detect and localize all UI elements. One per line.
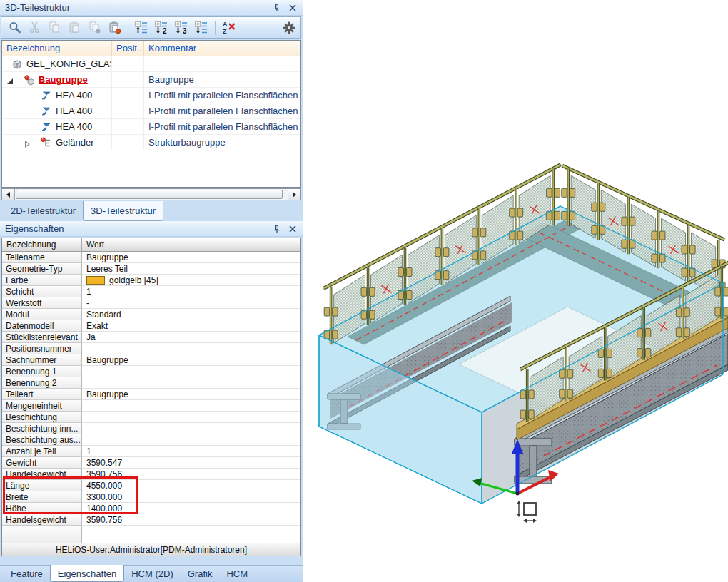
collapsed-arrow-icon[interactable] (24, 139, 31, 146)
property-row: Benennung 1 (2, 366, 300, 377)
assembly-part-icon (24, 74, 35, 86)
property-label: Benennung 1 (2, 366, 82, 377)
tab-eigenschaften[interactable]: Eigenschaften (50, 565, 124, 582)
helios-user-status: HELiOS-User:Administrator[PDM-Administra… (2, 543, 300, 556)
tree-row[interactable]: HEA 400I-Profil mit parallelen Flanschfl… (2, 119, 300, 135)
property-label: Anzahl je Teil (2, 446, 82, 457)
tree-column-position[interactable]: Posit... (112, 41, 144, 56)
tree-row[interactable]: GEL_KONFIG_GLAS... (2, 56, 300, 72)
property-value[interactable]: 1400.000 (82, 503, 300, 514)
property-value[interactable] (82, 343, 300, 354)
property-value[interactable]: 1 (82, 446, 300, 457)
cut-icon[interactable] (26, 19, 44, 36)
tab-hcm[interactable]: HCM (219, 566, 255, 582)
property-row: Werkstoff- (2, 297, 300, 309)
scroll-right-button[interactable] (288, 189, 300, 200)
property-value[interactable]: 3590.547 (82, 457, 300, 469)
application-window: 3D-Teilestruktur 23AZ Bezeichnung Posit.… (0, 0, 728, 582)
tab-hcm-2d[interactable]: HCM (2D) (124, 566, 181, 582)
property-value[interactable] (82, 434, 300, 446)
tab-3d-teilestruktur[interactable]: 3D-Teilestruktur (83, 201, 163, 221)
tree-column-bezeichnung[interactable]: Bezeichnung (2, 41, 112, 56)
svg-text:3: 3 (183, 27, 187, 35)
property-value[interactable]: Standard (82, 309, 300, 320)
settings-gear-icon[interactable] (280, 19, 298, 36)
property-value[interactable]: Ja (82, 332, 300, 343)
property-label: Geometrie-Typ (2, 263, 82, 275)
tree-item-comment (144, 56, 300, 72)
property-row: Schicht1 (2, 286, 300, 297)
property-label: Benennung 2 (2, 377, 82, 389)
property-value[interactable]: goldgelb [45] (82, 275, 300, 286)
property-value[interactable] (82, 423, 300, 434)
property-value[interactable]: Baugruppe (82, 252, 300, 263)
color-swatch (86, 276, 105, 285)
toolbar-separator (128, 21, 128, 35)
tree-row[interactable]: GeländerStrukturbaugruppe (2, 135, 300, 150)
part-structure-tree: Bezeichnung Posit... Kommentar GEL_KONFI… (1, 40, 301, 188)
paste-icon[interactable] (66, 19, 84, 36)
tree-item-label: Baugruppe (2, 74, 88, 85)
property-value[interactable]: Exakt (82, 320, 300, 332)
property-label: Mengeneinheit (2, 400, 82, 412)
tree-row[interactable]: HEA 400I-Profil mit parallelen Flanschfl… (2, 103, 300, 119)
property-row: Mengeneinheit (2, 400, 300, 412)
property-row: Handelsgewicht3590.756 (2, 469, 300, 480)
property-value[interactable]: 4550.000 (82, 480, 300, 491)
collapse-all-icon[interactable] (133, 19, 151, 36)
property-value[interactable] (82, 400, 300, 412)
copy-contents-icon[interactable] (86, 19, 103, 36)
property-row: Länge4550.000 (2, 480, 300, 491)
paste-contents-icon[interactable] (106, 19, 123, 36)
find-icon[interactable] (6, 19, 24, 36)
copy-icon[interactable] (46, 19, 64, 36)
property-value[interactable]: Leeres Teil (82, 263, 300, 275)
property-value[interactable]: 1 (82, 286, 300, 297)
pin-icon[interactable] (271, 223, 283, 235)
tree-row[interactable]: BaugruppeBaugruppe (2, 72, 300, 88)
property-row: Farbegoldgelb [45] (2, 275, 300, 286)
properties-grid: Bezeichnung Wert TeilenameBaugruppeGeome… (1, 238, 301, 556)
property-value[interactable]: Baugruppe (82, 389, 300, 400)
property-label: Beschichtung aus... (2, 434, 82, 446)
property-value[interactable] (82, 366, 300, 377)
svg-text:A: A (223, 21, 228, 28)
property-row: Anzahl je Teil1 (2, 446, 300, 457)
expand-level-3-icon[interactable]: 3 (173, 19, 191, 36)
tab-feature[interactable]: Feature (4, 566, 50, 582)
properties-header: Bezeichnung Wert (2, 238, 300, 252)
property-value[interactable] (82, 377, 300, 389)
expand-all-icon[interactable] (193, 19, 211, 36)
tree-header: Bezeichnung Posit... Kommentar (2, 41, 300, 56)
property-row: Benennung 2 (2, 377, 300, 389)
property-value[interactable]: 3300.000 (82, 491, 300, 503)
close-icon[interactable] (287, 223, 298, 235)
tree-row[interactable]: HEA 400I-Profil mit parallelen Flanschfl… (2, 88, 300, 103)
structure-dock-tabs: 2D-Teilestruktur3D-Teilestruktur (0, 202, 306, 221)
tab-grafik[interactable]: Grafik (181, 566, 220, 582)
property-value[interactable]: Baugruppe (82, 354, 300, 366)
remove-sorting-icon[interactable]: AZ (220, 19, 238, 36)
property-row: SachnummerBaugruppe (2, 354, 300, 366)
property-value[interactable]: 3590.756 (82, 469, 300, 480)
tree-column-kommentar[interactable]: Kommentar (144, 41, 300, 56)
property-value[interactable]: 3590.756 (82, 514, 300, 526)
scroll-left-button[interactable] (2, 189, 15, 200)
tree-item-position (112, 56, 144, 72)
property-row: Beschichtung (2, 412, 300, 423)
property-row: Breite3300.000 (2, 491, 300, 503)
panel-title: 3D-Teilestruktur (5, 2, 70, 13)
scrollbar-thumb[interactable] (16, 190, 283, 199)
property-value[interactable] (82, 412, 300, 423)
viewport-3d-canvas[interactable] (303, 0, 728, 582)
structure-assembly-icon (41, 137, 52, 148)
viewport-3d[interactable] (303, 0, 728, 582)
property-value[interactable]: - (82, 297, 300, 309)
expanded-arrow-icon[interactable] (6, 76, 14, 83)
expand-level-2-icon[interactable]: 2 (153, 19, 171, 36)
tab-2d-teilestruktur[interactable]: 2D-Teilestruktur (4, 202, 83, 221)
svg-text:2: 2 (163, 27, 167, 35)
pin-icon[interactable] (271, 2, 283, 14)
close-icon[interactable] (287, 2, 298, 14)
property-row: DatenmodellExakt (2, 320, 300, 332)
